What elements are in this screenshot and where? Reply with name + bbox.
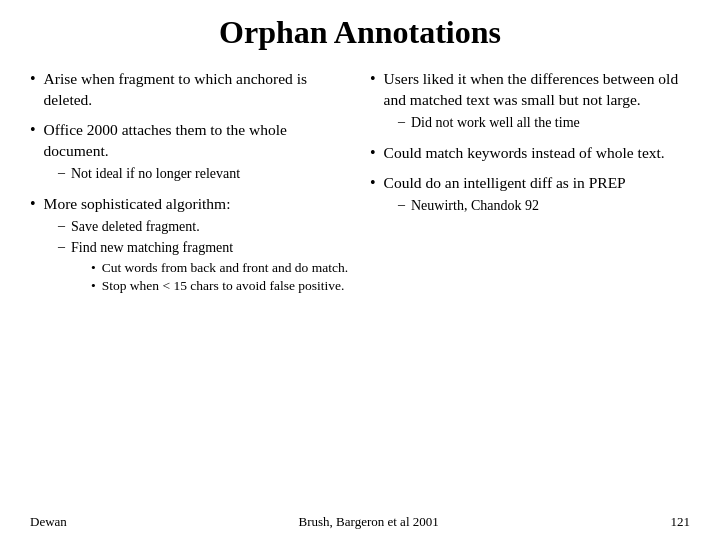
right-bullet-3-text: Could do an intelligent diff as in PREP bbox=[384, 173, 626, 194]
columns: • Arise when fragment to which anchored … bbox=[30, 69, 690, 510]
right-bullet-3: • Could do an intelligent diff as in PRE… bbox=[370, 173, 690, 220]
slide-title: Orphan Annotations bbox=[30, 14, 690, 51]
footer-center: Brush, Bargeron et al 2001 bbox=[67, 514, 671, 530]
left-bullet-3-text: More sophisticated algorithm: bbox=[44, 194, 231, 215]
left-bullet-2-text: Office 2000 attaches them to the whole d… bbox=[44, 120, 350, 162]
left-bullet-3-sub-1: Save deleted fragment. bbox=[71, 218, 200, 237]
right-bullet-2: • Could match keywords instead of whole … bbox=[370, 143, 690, 167]
left-bullet-2: • Office 2000 attaches them to the whole… bbox=[30, 120, 350, 188]
right-bullet-3-sub: – Neuwirth, Chandok 92 bbox=[398, 197, 690, 216]
right-bullet-1-sub: – Did not work well all the time bbox=[398, 114, 690, 133]
sub-sub-dot-1: • bbox=[91, 260, 96, 276]
right-bullet-3-sub-1: Neuwirth, Chandok 92 bbox=[411, 197, 539, 216]
bullet-icon-1: • bbox=[30, 70, 36, 88]
sub-sub-text-1: Cut words from back and front and do mat… bbox=[102, 260, 348, 276]
right-bullet-1-text: Users liked it when the differences betw… bbox=[384, 69, 690, 111]
right-bullet-icon-1: • bbox=[370, 70, 376, 88]
right-bullet-1: • Users liked it when the differences be… bbox=[370, 69, 690, 137]
right-bullet-1-sub-1: Did not work well all the time bbox=[411, 114, 580, 133]
sub-dash-icon-3: – bbox=[58, 239, 65, 255]
bullet-icon-3: • bbox=[30, 195, 36, 213]
sub-sub-list: • Cut words from back and front and do m… bbox=[91, 260, 348, 294]
left-bullet-1: • Arise when fragment to which anchored … bbox=[30, 69, 350, 114]
right-column: • Users liked it when the differences be… bbox=[370, 69, 690, 510]
footer-left: Dewan bbox=[30, 514, 67, 530]
left-bullet-3-sub: – Save deleted fragment. – Find new matc… bbox=[58, 218, 350, 297]
left-bullet-3: • More sophisticated algorithm: – Save d… bbox=[30, 194, 350, 301]
left-bullet-2-sub: – Not ideal if no longer relevant bbox=[58, 165, 350, 184]
footer: Dewan Brush, Bargeron et al 2001 121 bbox=[30, 514, 690, 530]
sub-dash-icon: – bbox=[58, 165, 65, 181]
bullet-icon-2: • bbox=[30, 121, 36, 139]
footer-right: 121 bbox=[671, 514, 691, 530]
right-sub-dash-1: – bbox=[398, 114, 405, 130]
left-bullet-2-sub-1: Not ideal if no longer relevant bbox=[71, 165, 240, 184]
right-bullet-icon-3: • bbox=[370, 174, 376, 192]
right-bullet-icon-2: • bbox=[370, 144, 376, 162]
sub-sub-text-2: Stop when < 15 chars to avoid false posi… bbox=[102, 278, 345, 294]
left-bullet-3-sub-2: Find new matching fragment bbox=[71, 240, 233, 255]
left-column: • Arise when fragment to which anchored … bbox=[30, 69, 350, 510]
right-sub-dash-3: – bbox=[398, 197, 405, 213]
sub-sub-dot-2: • bbox=[91, 278, 96, 294]
left-bullet-1-text: Arise when fragment to which anchored is… bbox=[44, 69, 350, 111]
right-bullet-2-text: Could match keywords instead of whole te… bbox=[384, 143, 665, 164]
slide: Orphan Annotations • Arise when fragment… bbox=[0, 0, 720, 540]
sub-dash-icon-2: – bbox=[58, 218, 65, 234]
